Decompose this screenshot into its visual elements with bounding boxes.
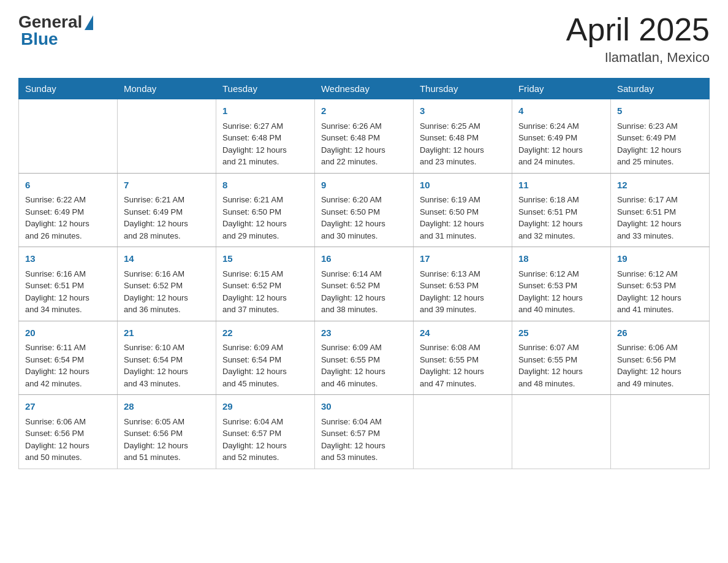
day-number: 5 — [617, 104, 703, 118]
calendar-cell: 8Sunrise: 6:21 AM Sunset: 6:50 PM Daylig… — [216, 173, 314, 247]
calendar-cell — [512, 395, 610, 469]
calendar-header-wednesday: Wednesday — [314, 79, 413, 99]
day-number: 14 — [124, 252, 210, 266]
day-info: Sunrise: 6:04 AM Sunset: 6:57 PM Dayligh… — [321, 417, 385, 462]
logo-blue-text: Blue — [18, 29, 58, 49]
calendar-cell: 28Sunrise: 6:05 AM Sunset: 6:56 PM Dayli… — [117, 395, 216, 469]
calendar-cell: 22Sunrise: 6:09 AM Sunset: 6:54 PM Dayli… — [216, 321, 314, 395]
day-info: Sunrise: 6:20 AM Sunset: 6:50 PM Dayligh… — [321, 195, 385, 240]
calendar-cell: 5Sunrise: 6:23 AM Sunset: 6:49 PM Daylig… — [610, 99, 709, 174]
calendar-week-4: 20Sunrise: 6:11 AM Sunset: 6:54 PM Dayli… — [19, 321, 710, 395]
day-info: Sunrise: 6:23 AM Sunset: 6:49 PM Dayligh… — [617, 121, 681, 167]
day-number: 1 — [222, 104, 308, 118]
day-number: 15 — [222, 252, 308, 266]
calendar-cell: 24Sunrise: 6:08 AM Sunset: 6:55 PM Dayli… — [413, 321, 512, 395]
calendar-week-3: 13Sunrise: 6:16 AM Sunset: 6:51 PM Dayli… — [19, 247, 710, 321]
day-info: Sunrise: 6:17 AM Sunset: 6:51 PM Dayligh… — [617, 195, 681, 240]
day-number: 2 — [321, 104, 407, 118]
calendar-header-row: SundayMondayTuesdayWednesdayThursdayFrid… — [19, 79, 710, 99]
calendar-cell: 2Sunrise: 6:26 AM Sunset: 6:48 PM Daylig… — [314, 99, 413, 174]
calendar-header-saturday: Saturday — [610, 79, 709, 99]
calendar-cell: 25Sunrise: 6:07 AM Sunset: 6:55 PM Dayli… — [512, 321, 610, 395]
calendar-cell: 4Sunrise: 6:24 AM Sunset: 6:49 PM Daylig… — [512, 99, 610, 174]
day-number: 18 — [518, 252, 604, 266]
calendar-cell: 14Sunrise: 6:16 AM Sunset: 6:52 PM Dayli… — [117, 247, 216, 321]
calendar-cell — [117, 99, 216, 174]
day-number: 10 — [420, 178, 506, 193]
calendar-cell: 29Sunrise: 6:04 AM Sunset: 6:57 PM Dayli… — [216, 395, 314, 469]
day-number: 9 — [321, 178, 407, 193]
day-info: Sunrise: 6:24 AM Sunset: 6:49 PM Dayligh… — [518, 121, 583, 167]
day-number: 26 — [617, 326, 703, 340]
day-number: 12 — [617, 178, 703, 193]
calendar-cell: 11Sunrise: 6:18 AM Sunset: 6:51 PM Dayli… — [512, 173, 610, 247]
day-number: 3 — [420, 104, 506, 118]
calendar-cell: 30Sunrise: 6:04 AM Sunset: 6:57 PM Dayli… — [314, 395, 413, 469]
day-info: Sunrise: 6:06 AM Sunset: 6:56 PM Dayligh… — [25, 417, 89, 462]
calendar-cell: 15Sunrise: 6:15 AM Sunset: 6:52 PM Dayli… — [216, 247, 314, 321]
day-info: Sunrise: 6:21 AM Sunset: 6:49 PM Dayligh… — [124, 195, 188, 240]
day-info: Sunrise: 6:26 AM Sunset: 6:48 PM Dayligh… — [321, 121, 385, 167]
calendar-cell: 6Sunrise: 6:22 AM Sunset: 6:49 PM Daylig… — [19, 173, 118, 247]
day-info: Sunrise: 6:21 AM Sunset: 6:50 PM Dayligh… — [222, 195, 287, 240]
calendar-week-2: 6Sunrise: 6:22 AM Sunset: 6:49 PM Daylig… — [19, 173, 710, 247]
day-info: Sunrise: 6:12 AM Sunset: 6:53 PM Dayligh… — [617, 269, 681, 315]
day-info: Sunrise: 6:10 AM Sunset: 6:54 PM Dayligh… — [124, 343, 188, 388]
calendar-cell: 27Sunrise: 6:06 AM Sunset: 6:56 PM Dayli… — [19, 395, 118, 469]
title-block: April 2025 Ilamatlan, Mexico — [566, 12, 710, 66]
calendar-week-5: 27Sunrise: 6:06 AM Sunset: 6:56 PM Dayli… — [19, 395, 710, 469]
calendar-cell: 18Sunrise: 6:12 AM Sunset: 6:53 PM Dayli… — [512, 247, 610, 321]
day-info: Sunrise: 6:05 AM Sunset: 6:56 PM Dayligh… — [124, 417, 188, 462]
day-number: 21 — [124, 326, 210, 340]
day-info: Sunrise: 6:15 AM Sunset: 6:52 PM Dayligh… — [222, 269, 287, 315]
calendar-cell: 1Sunrise: 6:27 AM Sunset: 6:48 PM Daylig… — [216, 99, 314, 174]
calendar-cell: 19Sunrise: 6:12 AM Sunset: 6:53 PM Dayli… — [610, 247, 709, 321]
day-info: Sunrise: 6:11 AM Sunset: 6:54 PM Dayligh… — [25, 343, 89, 388]
calendar-cell: 23Sunrise: 6:09 AM Sunset: 6:55 PM Dayli… — [314, 321, 413, 395]
day-number: 11 — [518, 178, 604, 193]
calendar-cell: 16Sunrise: 6:14 AM Sunset: 6:52 PM Dayli… — [314, 247, 413, 321]
day-number: 19 — [617, 252, 703, 266]
calendar-cell — [413, 395, 512, 469]
calendar-cell: 7Sunrise: 6:21 AM Sunset: 6:49 PM Daylig… — [117, 173, 216, 247]
day-number: 22 — [222, 326, 308, 340]
day-number: 30 — [321, 400, 407, 414]
day-number: 17 — [420, 252, 506, 266]
day-info: Sunrise: 6:13 AM Sunset: 6:53 PM Dayligh… — [420, 269, 484, 315]
day-info: Sunrise: 6:19 AM Sunset: 6:50 PM Dayligh… — [420, 195, 484, 240]
day-info: Sunrise: 6:25 AM Sunset: 6:48 PM Dayligh… — [420, 121, 484, 167]
calendar-cell — [19, 99, 118, 174]
calendar-cell: 17Sunrise: 6:13 AM Sunset: 6:53 PM Dayli… — [413, 247, 512, 321]
calendar-table: SundayMondayTuesdayWednesdayThursdayFrid… — [18, 78, 710, 469]
month-title: April 2025 — [566, 12, 710, 47]
calendar-cell — [610, 395, 709, 469]
day-number: 27 — [25, 400, 111, 414]
calendar-header-friday: Friday — [512, 79, 610, 99]
calendar-cell: 21Sunrise: 6:10 AM Sunset: 6:54 PM Dayli… — [117, 321, 216, 395]
logo-triangle-icon — [85, 15, 93, 30]
day-number: 8 — [222, 178, 308, 193]
day-info: Sunrise: 6:22 AM Sunset: 6:49 PM Dayligh… — [25, 195, 89, 240]
day-number: 7 — [124, 178, 210, 193]
day-number: 23 — [321, 326, 407, 340]
day-info: Sunrise: 6:09 AM Sunset: 6:54 PM Dayligh… — [222, 343, 287, 388]
calendar-cell: 20Sunrise: 6:11 AM Sunset: 6:54 PM Dayli… — [19, 321, 118, 395]
calendar-cell: 3Sunrise: 6:25 AM Sunset: 6:48 PM Daylig… — [413, 99, 512, 174]
day-info: Sunrise: 6:06 AM Sunset: 6:56 PM Dayligh… — [617, 343, 681, 388]
calendar-header-sunday: Sunday — [19, 79, 118, 99]
calendar-header-thursday: Thursday — [413, 79, 512, 99]
calendar-cell: 26Sunrise: 6:06 AM Sunset: 6:56 PM Dayli… — [610, 321, 709, 395]
calendar-cell: 9Sunrise: 6:20 AM Sunset: 6:50 PM Daylig… — [314, 173, 413, 247]
calendar-cell: 12Sunrise: 6:17 AM Sunset: 6:51 PM Dayli… — [610, 173, 709, 247]
day-info: Sunrise: 6:09 AM Sunset: 6:55 PM Dayligh… — [321, 343, 385, 388]
day-number: 16 — [321, 252, 407, 266]
day-number: 28 — [124, 400, 210, 414]
page-header: General Blue April 2025 Ilamatlan, Mexic… — [18, 12, 710, 66]
day-number: 29 — [222, 400, 308, 414]
day-number: 13 — [25, 252, 111, 266]
location-title: Ilamatlan, Mexico — [566, 50, 710, 66]
day-info: Sunrise: 6:12 AM Sunset: 6:53 PM Dayligh… — [518, 269, 583, 315]
day-number: 24 — [420, 326, 506, 340]
calendar-cell: 13Sunrise: 6:16 AM Sunset: 6:51 PM Dayli… — [19, 247, 118, 321]
calendar-cell: 10Sunrise: 6:19 AM Sunset: 6:50 PM Dayli… — [413, 173, 512, 247]
